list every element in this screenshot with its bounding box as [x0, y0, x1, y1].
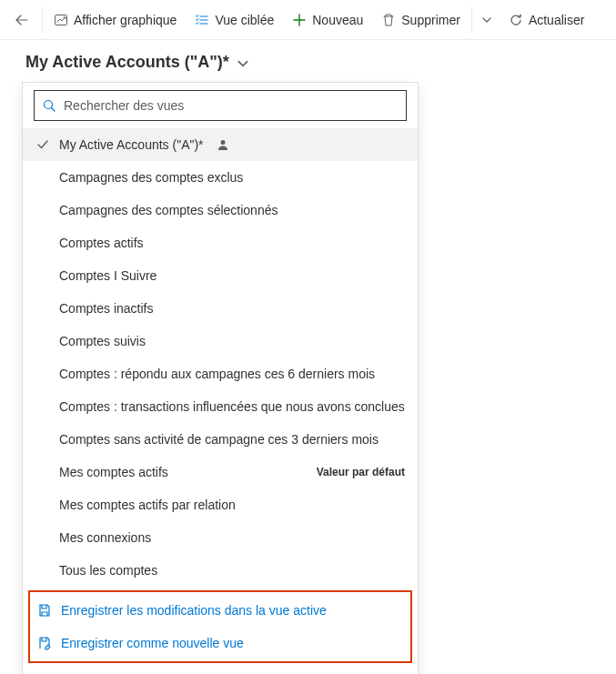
search-container: [23, 83, 418, 128]
refresh-icon: [509, 13, 523, 27]
search-box[interactable]: [34, 90, 407, 121]
view-item[interactable]: Campagnes des comptes exclus: [23, 161, 418, 194]
view-selector[interactable]: My Active Accounts ("A")*: [0, 40, 616, 79]
new-button[interactable]: Nouveau: [283, 0, 372, 40]
view-item-label: Comptes actifs: [59, 236, 144, 250]
trash-icon: [381, 13, 396, 27]
view-item-label: Mes connexions: [59, 530, 151, 545]
chevron-down-icon: [481, 15, 492, 25]
view-item[interactable]: Campagnes des comptes sélectionnés: [23, 194, 418, 226]
view-item-label: Campagnes des comptes sélectionnés: [59, 203, 278, 217]
view-item[interactable]: Mes comptes actifsValeur par défaut: [23, 456, 418, 488]
view-item-label: Comptes I Suivre: [59, 268, 157, 283]
refresh-label: Actualiser: [529, 13, 584, 27]
view-item[interactable]: Mes comptes actifs par relation: [23, 488, 418, 521]
view-dropdown-panel: My Active Accounts ("A")*Campagnes des c…: [22, 82, 419, 674]
view-item[interactable]: Mes connexions: [23, 521, 418, 554]
view-item[interactable]: Comptes I Suivre: [23, 259, 418, 292]
back-button[interactable]: [4, 0, 40, 40]
view-item-label: Comptes : répondu aux campagnes ces 6 de…: [59, 367, 375, 381]
toolbar-separator: [42, 7, 43, 33]
delete-label: Supprimer: [401, 13, 460, 27]
person-icon: [217, 138, 229, 151]
refresh-button[interactable]: Actualiser: [500, 0, 593, 40]
view-title: My Active Accounts ("A")*: [25, 53, 229, 72]
view-item-label: Campagnes des comptes exclus: [59, 170, 243, 185]
search-icon: [42, 98, 56, 113]
view-item-label: Comptes sans activité de campagne ces 3 …: [59, 432, 379, 447]
view-item-label: Comptes : transactions influencées que n…: [59, 399, 405, 414]
view-item-label: Mes comptes actifs par relation: [59, 498, 236, 512]
view-item[interactable]: Comptes suivis: [23, 325, 418, 357]
save-current-view[interactable]: Enregistrer les modifications dans la vu…: [30, 594, 410, 627]
view-item[interactable]: Comptes : transactions influencées que n…: [23, 390, 418, 423]
view-item-label: Tous les comptes: [59, 563, 157, 578]
view-item[interactable]: Comptes : répondu aux campagnes ces 6 de…: [23, 357, 418, 390]
show-chart-button[interactable]: Afficher graphique: [45, 0, 186, 40]
command-bar: Afficher graphique Vue ciblée Nouveau Su…: [0, 0, 616, 40]
delete-more-button[interactable]: [474, 0, 500, 40]
save-icon: [37, 603, 52, 618]
save-current-label: Enregistrer les modifications dans la vu…: [61, 603, 327, 618]
view-item-label: My Active Accounts ("A")*: [59, 137, 204, 152]
view-item[interactable]: Comptes inactifs: [23, 292, 418, 325]
focused-view-label: Vue ciblée: [215, 13, 274, 27]
check-icon: [35, 138, 50, 151]
manage-views[interactable]: Gérer et partager des vues: [23, 669, 418, 674]
new-label: Nouveau: [312, 13, 363, 27]
view-item-label: Comptes inactifs: [59, 301, 153, 316]
list-check-icon: [195, 13, 209, 27]
view-item[interactable]: Comptes sans activité de campagne ces 3 …: [23, 423, 418, 456]
focused-view-button[interactable]: Vue ciblée: [186, 0, 283, 40]
chart-icon: [54, 13, 68, 27]
default-badge: Valeur par défaut: [317, 466, 405, 478]
save-actions-highlight: Enregistrer les modifications dans la vu…: [28, 590, 412, 663]
chevron-down-icon: [237, 55, 249, 70]
show-chart-label: Afficher graphique: [74, 13, 177, 27]
views-list: My Active Accounts ("A")*Campagnes des c…: [23, 128, 418, 587]
view-item[interactable]: Comptes actifs: [23, 226, 418, 259]
svg-point-2: [220, 140, 225, 145]
view-item-label: Comptes suivis: [59, 334, 146, 348]
view-item[interactable]: My Active Accounts ("A")*: [23, 128, 418, 161]
save-as-new-label: Enregistrer comme nouvelle vue: [61, 636, 244, 650]
back-arrow-icon: [15, 13, 29, 27]
save-as-icon: [37, 636, 52, 650]
view-item-label: Mes comptes actifs: [59, 465, 168, 479]
save-as-new-view[interactable]: Enregistrer comme nouvelle vue: [30, 627, 410, 659]
view-item[interactable]: Tous les comptes: [23, 554, 418, 587]
delete-button[interactable]: Supprimer: [372, 0, 470, 40]
plus-icon: [292, 13, 307, 27]
search-input[interactable]: [64, 98, 399, 113]
toolbar-separator: [471, 7, 472, 33]
